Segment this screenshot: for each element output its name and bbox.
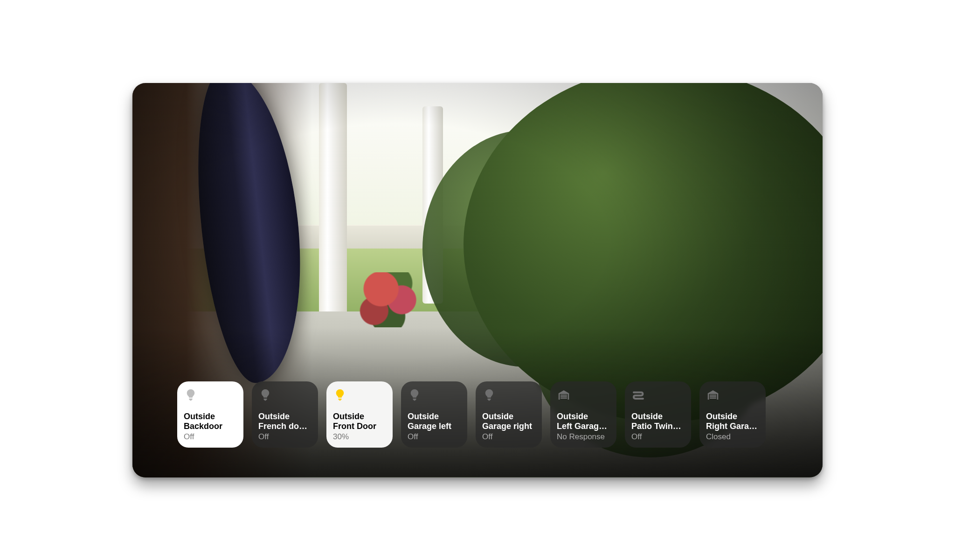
accessory-tile-line2: Front Door [333,422,386,431]
accessory-tile-status: Off [184,432,237,442]
accessory-tile-line2: Backdoor [184,422,237,431]
accessory-tile-line1: Outside [408,412,461,422]
accessory-tile-status: Off [631,432,685,442]
accessory-tile-line2: French doors [258,422,311,431]
accessory-tile-line2: Patio Twinkl… [631,422,685,431]
accessory-tile-garage-right[interactable]: Outside Garage right Off [476,381,542,448]
lightbulb-icon [184,388,198,402]
lightbulb-icon [408,388,422,402]
accessory-tile-line2: Garage right [482,422,535,431]
accessory-tile-status: 30% [333,432,386,442]
accessory-tile-status: Off [258,432,311,442]
accessory-tile-status: Off [408,432,461,442]
svg-rect-4 [710,396,716,397]
garage-door-icon [706,388,720,402]
accessory-tile-line1: Outside [557,412,610,422]
accessory-tile-line1: Outside [482,412,535,422]
lightbulb-icon [482,388,496,402]
accessory-tile-left-garage[interactable]: Outside Left Garage… No Response [550,381,616,448]
accessory-tile-french-doors[interactable]: Outside French doors Off [252,381,318,448]
accessory-tile-patio-twinkle[interactable]: Outside Patio Twinkl… Off [625,381,691,448]
accessory-tile-status: Off [482,432,535,442]
svg-rect-3 [710,394,716,395]
accessory-tile-status: Closed [706,432,759,442]
svg-rect-5 [710,397,716,398]
lightbulb-icon [258,388,272,402]
accessory-tile-line2: Left Garage… [557,422,610,431]
accessory-tile-row: Outside Backdoor Off Outside French door… [177,381,778,448]
accessory-tile-line1: Outside [631,412,685,422]
accessory-tile-line1: Outside [258,412,311,422]
garage-door-icon [557,388,571,402]
svg-rect-2 [561,397,567,398]
accessory-tile-line2: Right Garag… [706,422,759,431]
accessory-tile-front-door[interactable]: Outside Front Door 30% [326,381,393,448]
accessory-tile-line1: Outside [184,412,237,422]
accessory-tile-line1: Outside [706,412,759,422]
accessory-tile-line1: Outside [333,412,386,422]
accessory-tile-right-garage[interactable]: Outside Right Garag… Closed [699,381,766,448]
svg-rect-1 [561,396,567,397]
accessory-tile-backdoor[interactable]: Outside Backdoor Off [177,381,243,448]
accessory-tile-garage-left[interactable]: Outside Garage left Off [401,381,467,448]
camera-view[interactable]: Outside Backdoor Off Outside French door… [132,83,823,477]
accessory-tile-status: No Response [557,432,610,442]
accessory-tile-line2: Garage left [408,422,461,431]
lightbulb-icon [333,388,347,402]
light-strip-icon [631,388,645,402]
svg-rect-0 [561,394,567,395]
